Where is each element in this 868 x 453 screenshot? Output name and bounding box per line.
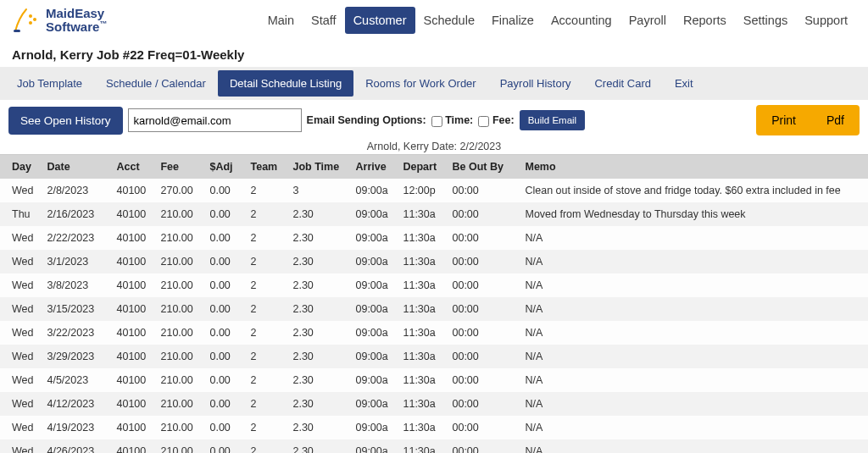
cell-team: 2 (243, 345, 286, 368)
cell-day: Wed (0, 250, 40, 273)
nav-customer[interactable]: Customer (345, 7, 415, 34)
nav-accounting[interactable]: Accounting (542, 7, 620, 34)
table-row[interactable]: Wed2/22/202340100210.000.0022.3009:00a11… (0, 226, 868, 250)
nav-finalize[interactable]: Finalize (483, 7, 542, 34)
cell-team: 2 (243, 297, 286, 321)
cell-depart: 11:30a (396, 416, 445, 439)
cell-day: Wed (0, 416, 40, 439)
cell-arrive: 09:00a (348, 368, 396, 392)
tab-detail-schedule-listing[interactable]: Detail Schedule Listing (218, 70, 353, 97)
nav-payroll[interactable]: Payroll (620, 7, 675, 34)
tab-rooms-for-work-order[interactable]: Rooms for Work Order (353, 70, 488, 97)
email-options-label: Email Sending Options: (307, 114, 426, 126)
open-history-button[interactable]: See Open History (8, 107, 123, 135)
cell-out: 00:00 (445, 202, 518, 226)
svg-point-1 (29, 14, 32, 18)
cell-day: Wed (0, 368, 40, 392)
fee-label: Fee: (492, 114, 515, 126)
logo-tm: ™ (99, 19, 107, 28)
cell-arrive: 09:00a (348, 416, 396, 439)
nav-support[interactable]: Support (796, 7, 856, 34)
col-memo: Memo (518, 155, 868, 179)
cell-out: 00:00 (445, 439, 518, 453)
fee-checkbox-wrap[interactable]: Fee: (478, 113, 514, 126)
tab-exit[interactable]: Exit (663, 70, 705, 97)
col-job: Job Time (286, 155, 348, 179)
cell-job: 2.30 (286, 250, 348, 273)
cell-arrive: 09:00a (348, 321, 396, 345)
cell-team: 2 (243, 439, 286, 453)
cell-memo: N/A (518, 273, 868, 297)
pdf-button[interactable]: Pdf (811, 105, 860, 135)
cell-adj: 0.00 (203, 273, 243, 297)
table-row[interactable]: Wed3/1/202340100210.000.0022.3009:00a11:… (0, 250, 868, 273)
cell-team: 2 (243, 250, 286, 273)
cell-job: 2.30 (286, 297, 348, 321)
tab-payroll-history[interactable]: Payroll History (488, 70, 583, 97)
cell-adj: 0.00 (203, 179, 243, 202)
cell-team: 2 (243, 226, 286, 250)
cell-adj: 0.00 (203, 416, 243, 439)
col-arrive: Arrive (348, 155, 396, 179)
cell-acct: 40100 (109, 202, 153, 226)
cell-team: 2 (243, 179, 286, 202)
cell-job: 2.30 (286, 439, 348, 453)
table-header-row: Day Date Acct Fee $Adj Team Job Time Arr… (0, 155, 868, 179)
cell-fee: 210.00 (153, 273, 203, 297)
schedule-table-wrap[interactable]: Day Date Acct Fee $Adj Team Job Time Arr… (0, 154, 868, 453)
cell-fee: 210.00 (153, 368, 203, 392)
cell-day: Wed (0, 273, 40, 297)
table-row[interactable]: Wed3/8/202340100210.000.0022.3009:00a11:… (0, 273, 868, 297)
cell-day: Wed (0, 392, 40, 416)
print-button[interactable]: Print (756, 105, 811, 135)
cell-memo: Clean out inside of stove and fridge tod… (518, 179, 868, 202)
time-checkbox[interactable] (431, 116, 442, 127)
build-email-button[interactable]: Build Email (520, 110, 586, 130)
email-input[interactable] (128, 108, 302, 132)
nav-schedule[interactable]: Schedule (415, 7, 483, 34)
cell-date: 2/22/2023 (40, 226, 109, 250)
cell-out: 00:00 (445, 273, 518, 297)
nav-reports[interactable]: Reports (675, 7, 735, 34)
cell-date: 4/12/2023 (40, 392, 109, 416)
svg-point-2 (33, 18, 36, 21)
nav-main[interactable]: Main (259, 7, 303, 34)
cell-fee: 210.00 (153, 392, 203, 416)
table-row[interactable]: Wed2/8/202340100270.000.002309:00a12:00p… (0, 179, 868, 202)
col-adj: $Adj (203, 155, 243, 179)
table-row[interactable]: Wed3/22/202340100210.000.0022.3009:00a11… (0, 321, 868, 345)
fee-checkbox[interactable] (478, 116, 489, 127)
subheader-text: Arnold, Kerry Date: 2/2/2023 (0, 141, 868, 154)
cell-adj: 0.00 (203, 439, 243, 453)
cell-job: 2.30 (286, 273, 348, 297)
table-row[interactable]: Wed3/29/202340100210.000.0022.3009:00a11… (0, 345, 868, 368)
time-checkbox-wrap[interactable]: Time: (431, 113, 474, 126)
action-row: See Open History Email Sending Options: … (0, 100, 868, 141)
col-date: Date (40, 155, 109, 179)
schedule-table: Day Date Acct Fee $Adj Team Job Time Arr… (0, 155, 868, 453)
cell-fee: 210.00 (153, 345, 203, 368)
cell-arrive: 09:00a (348, 392, 396, 416)
cell-acct: 40100 (109, 250, 153, 273)
cell-fee: 210.00 (153, 226, 203, 250)
tab-schedule-calendar[interactable]: Schedule / Calendar (94, 70, 218, 97)
nav-staff[interactable]: Staff (303, 7, 345, 34)
tab-credit-card[interactable]: Credit Card (582, 70, 662, 97)
table-row[interactable]: Thu2/16/202340100210.000.0022.3009:00a11… (0, 202, 868, 226)
table-row[interactable]: Wed3/15/202340100210.000.0022.3009:00a11… (0, 297, 868, 321)
nav-settings[interactable]: Settings (735, 7, 796, 34)
svg-point-3 (29, 21, 32, 25)
cell-day: Wed (0, 297, 40, 321)
col-out: Be Out By (445, 155, 518, 179)
cell-day: Thu (0, 202, 40, 226)
table-row[interactable]: Wed4/26/202340100210.000.0022.3009:00a11… (0, 439, 868, 453)
cell-acct: 40100 (109, 321, 153, 345)
tab-job-template[interactable]: Job Template (5, 70, 94, 97)
table-row[interactable]: Wed4/5/202340100210.000.0022.3009:00a11:… (0, 368, 868, 392)
cell-fee: 210.00 (153, 439, 203, 453)
table-row[interactable]: Wed4/19/202340100210.000.0022.3009:00a11… (0, 416, 868, 439)
cell-job: 2.30 (286, 368, 348, 392)
col-acct: Acct (109, 155, 153, 179)
cell-day: Wed (0, 321, 40, 345)
table-row[interactable]: Wed4/12/202340100210.000.0022.3009:00a11… (0, 392, 868, 416)
